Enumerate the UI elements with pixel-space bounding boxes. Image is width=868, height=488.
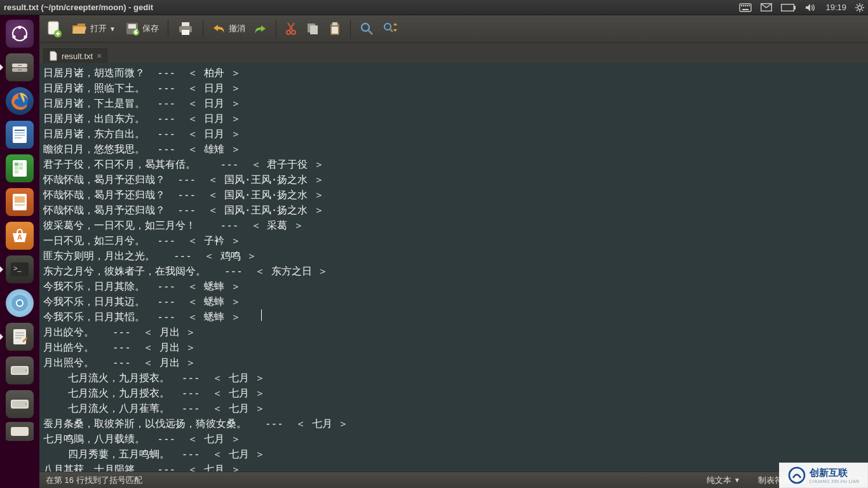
svg-line-16: [862, 10, 863, 11]
svg-rect-72: [310, 25, 318, 34]
impress-icon[interactable]: [3, 186, 36, 218]
svg-rect-74: [332, 22, 337, 25]
svg-rect-68: [182, 30, 189, 35]
unity-launcher: A >_: [0, 15, 39, 488]
status-bar: 在第 16 行找到了括号匹配 纯文本▼ 制表符宽度：4▼ 行 1: [39, 471, 868, 488]
undo-label: 撤消: [229, 23, 245, 34]
svg-rect-0: [740, 4, 751, 11]
svg-rect-62: [57, 32, 58, 36]
search-button[interactable]: [357, 20, 376, 37]
svg-rect-53: [12, 367, 27, 374]
svg-rect-2: [743, 5, 744, 6]
replace-button[interactable]: [380, 20, 402, 37]
session-gear-icon[interactable]: [855, 3, 864, 12]
redo-button[interactable]: [252, 22, 269, 36]
svg-rect-34: [15, 163, 18, 166]
dash-icon[interactable]: [3, 18, 36, 50]
svg-point-69: [287, 30, 290, 34]
svg-line-15: [857, 4, 858, 6]
disk-icon-3[interactable]: [3, 422, 36, 441]
open-label: 打开: [90, 23, 107, 34]
svg-point-70: [292, 30, 295, 34]
svg-rect-26: [18, 69, 22, 71]
svg-rect-32: [15, 137, 22, 139]
svg-point-57: [25, 403, 27, 405]
file-icon: [49, 51, 58, 61]
svg-rect-4: [747, 5, 748, 6]
svg-rect-56: [12, 401, 27, 407]
new-document-button[interactable]: [43, 18, 65, 39]
volume-indicator[interactable]: [805, 3, 817, 12]
svg-rect-3: [745, 5, 746, 6]
svg-rect-9: [794, 6, 796, 10]
svg-rect-31: [15, 135, 25, 136]
calc-icon[interactable]: [3, 152, 36, 184]
svg-point-20: [18, 25, 21, 29]
svg-rect-30: [15, 132, 25, 133]
svg-line-17: [857, 10, 858, 11]
battery-indicator[interactable]: [781, 4, 796, 11]
gedit-window: 打开 ▼ 保存 撤消: [39, 15, 868, 488]
svg-rect-58: [11, 427, 29, 436]
svg-rect-8: [782, 4, 794, 11]
tab-close-icon[interactable]: ×: [97, 51, 102, 60]
syntax-selector[interactable]: 纯文本▼: [707, 475, 740, 486]
svg-rect-6: [742, 9, 749, 10]
firefox-icon[interactable]: [3, 85, 36, 117]
svg-point-10: [858, 6, 862, 10]
watermark-logo: 创新互联 CHUANG XIN HU LIAN: [779, 463, 868, 488]
open-button[interactable]: 打开 ▼: [69, 19, 118, 38]
editor-area[interactable]: 日居月诸，胡迭而微？ --- ＜ 柏舟 ＞ 日居月诸，照临下土。 --- ＜ 日…: [39, 63, 868, 471]
print-button[interactable]: [175, 19, 196, 38]
svg-text:A: A: [17, 233, 22, 241]
svg-rect-35: [19, 163, 23, 166]
svg-point-54: [25, 370, 27, 372]
svg-rect-48: [13, 329, 26, 344]
files-icon[interactable]: [3, 51, 36, 83]
save-label: 保存: [142, 23, 159, 34]
svg-line-77: [369, 30, 372, 34]
svg-rect-41: [15, 204, 25, 206]
svg-point-76: [362, 24, 369, 31]
svg-rect-64: [128, 24, 136, 29]
svg-rect-38: [15, 170, 18, 173]
svg-rect-36: [15, 166, 18, 170]
disk-icon-1[interactable]: [3, 355, 36, 386]
svg-point-78: [384, 24, 391, 30]
paste-button[interactable]: [326, 19, 344, 38]
disk-icon-2[interactable]: [3, 388, 36, 420]
gedit-icon[interactable]: [3, 321, 36, 353]
svg-line-18: [862, 4, 863, 6]
mail-indicator[interactable]: [761, 3, 772, 11]
writer-icon[interactable]: [3, 119, 36, 151]
keyboard-indicator[interactable]: [739, 3, 752, 12]
svg-rect-40: [15, 196, 25, 203]
tab-bar: result.txt ×: [39, 43, 868, 63]
clock[interactable]: 19:19: [825, 3, 846, 12]
document-tab[interactable]: result.txt ×: [43, 48, 107, 63]
svg-rect-50: [15, 335, 24, 336]
undo-button[interactable]: 撤消: [210, 21, 248, 36]
svg-rect-29: [15, 130, 25, 131]
system-menubar: result.txt (~/ptn/creepter/moon) - gedit…: [0, 0, 868, 15]
terminal-icon[interactable]: >_: [3, 254, 36, 285]
svg-text:>_: >_: [13, 264, 22, 272]
text-cursor: [261, 309, 262, 321]
chromium-icon[interactable]: [3, 287, 36, 319]
svg-rect-1: [741, 5, 742, 6]
status-message: 在第 16 行找到了括号匹配: [46, 475, 142, 486]
software-center-icon[interactable]: A: [3, 220, 36, 252]
svg-rect-25: [18, 65, 22, 66]
cut-button[interactable]: [283, 20, 299, 37]
copy-button[interactable]: [303, 20, 322, 37]
svg-rect-75: [332, 27, 338, 34]
svg-point-22: [24, 35, 27, 38]
svg-rect-5: [749, 5, 750, 6]
svg-rect-37: [19, 166, 23, 170]
window-title: result.txt (~/ptn/creepter/moon) - gedit: [4, 3, 153, 12]
svg-rect-66: [182, 22, 189, 26]
save-button[interactable]: 保存: [122, 19, 161, 38]
chevron-down-icon: ▼: [109, 25, 116, 32]
svg-point-21: [12, 35, 15, 38]
svg-rect-49: [15, 332, 24, 334]
